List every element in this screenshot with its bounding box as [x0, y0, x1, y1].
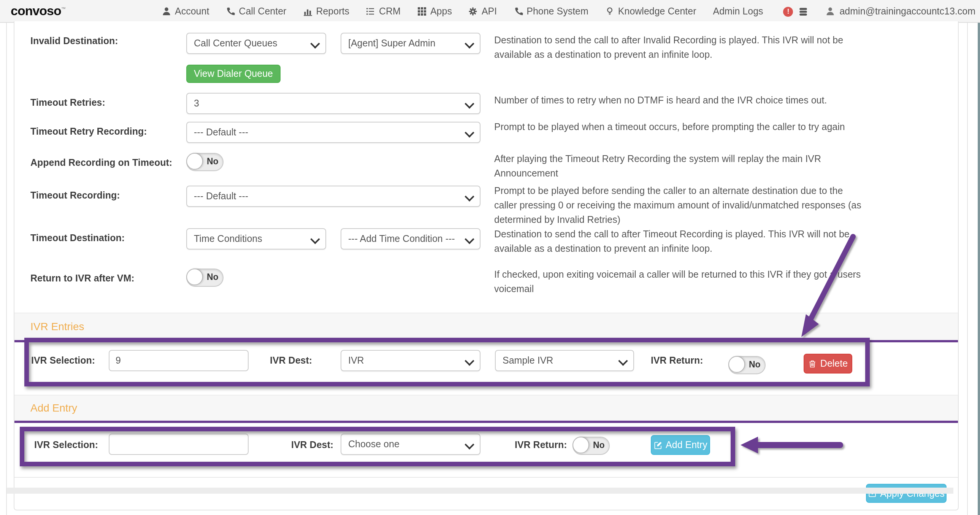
timeout-retry-recording-select[interactable]: --- Default --- [186, 122, 480, 143]
section-divider [14, 421, 958, 423]
entry-return-toggle[interactable]: No [729, 356, 765, 374]
entry-selection-label: IVR Selection: [31, 355, 95, 367]
top-nav: convoso™ Account Call Center Reports CRM… [0, 0, 980, 23]
scrollbar[interactable] [978, 23, 980, 515]
field-label-timeout-recording: Timeout Recording: [30, 190, 120, 202]
add-entry-selection-input[interactable] [109, 434, 248, 455]
chevron-down-icon [465, 440, 474, 449]
nav-item-phone-system[interactable]: Phone System [514, 6, 589, 17]
field-help-append-recording: After playing the Timeout Retry Recordin… [494, 152, 864, 181]
nav-item-admin-logs[interactable]: Admin Logs [713, 6, 763, 17]
toggle-knob [186, 268, 203, 285]
field-label-append-recording: Append Recording on Timeout: [30, 158, 172, 169]
entry-dest-value-select[interactable]: Sample IVR [495, 350, 634, 371]
nav-item-call-center[interactable]: Call Center [226, 6, 286, 17]
field-help-timeout-destination: Destination to send the call to after Ti… [494, 228, 864, 257]
nav-item-reports[interactable]: Reports [303, 6, 349, 17]
trademark: ™ [61, 6, 65, 11]
chevron-down-icon [465, 356, 474, 365]
add-entry-return-label: IVR Return: [515, 440, 567, 451]
add-entry-selection-label: IVR Selection: [34, 440, 98, 451]
page: convoso™ Account Call Center Reports CRM… [0, 0, 980, 515]
user-icon [826, 7, 835, 16]
delete-entry-button[interactable]: Delete [803, 354, 852, 373]
nav-right-cluster: ! admin@trainingaccountc13.com [783, 0, 975, 23]
return-to-ivr-toggle[interactable]: No [186, 268, 224, 287]
add-entry-dest-select[interactable]: Choose one [340, 434, 480, 455]
nav-item-knowledge-center[interactable]: Knowledge Center [605, 6, 697, 17]
stack-icon[interactable] [798, 6, 808, 16]
add-entry-title: Add Entry [30, 402, 77, 414]
list-icon [366, 7, 375, 16]
chevron-down-icon [618, 356, 628, 365]
add-entry-button[interactable]: Add Entry [651, 435, 710, 455]
entry-selection-input[interactable] [109, 350, 248, 371]
timeout-destination-target-select[interactable]: --- Add Time Condition --- [340, 228, 480, 250]
nav-item-account[interactable]: Account [162, 6, 209, 17]
edit-square-icon [654, 441, 662, 449]
toggle-knob [573, 437, 589, 453]
section-divider [14, 340, 958, 342]
invalid-destination-target-select[interactable]: [Agent] Super Admin [340, 33, 480, 54]
entry-dest-type-select[interactable]: IVR [340, 350, 480, 371]
chevron-down-icon [465, 192, 474, 201]
invalid-destination-type-select[interactable]: Call Center Queues [186, 33, 326, 54]
alert-badge-icon[interactable]: ! [783, 6, 793, 16]
gear-icon [469, 7, 478, 16]
chevron-down-icon [465, 128, 474, 137]
page-bottom-strip [7, 488, 953, 494]
entry-dest-label: IVR Dest: [270, 355, 312, 367]
user-email: admin@trainingaccountc13.com [839, 6, 975, 17]
chevron-down-icon [310, 234, 320, 244]
add-entry-return-toggle[interactable]: No [573, 437, 610, 455]
annotation-arrow-add-entry [738, 434, 845, 456]
chevron-down-icon [310, 39, 320, 48]
nav-item-api[interactable]: API [469, 6, 497, 17]
field-help-timeout-retry-recording: Prompt to be played when a timeout occur… [494, 120, 864, 135]
field-label-invalid-destination: Invalid Destination: [30, 36, 118, 47]
content-container: Invalid Destination: Call Center Queues … [6, 23, 968, 515]
user-icon [162, 7, 171, 16]
field-label-timeout-destination: Timeout Destination: [30, 233, 125, 244]
footer-divider [14, 477, 958, 478]
field-help-timeout-recording: Prompt to be played before sending the c… [494, 184, 864, 228]
append-recording-toggle[interactable]: No [186, 153, 224, 171]
nav-item-crm[interactable]: CRM [366, 6, 401, 17]
field-label-return-to-ivr: Return to IVR after VM: [30, 273, 135, 284]
entry-return-label: IVR Return: [651, 355, 703, 367]
chevron-down-icon [465, 99, 474, 108]
trash-icon [808, 359, 816, 368]
phone-icon [514, 7, 523, 16]
view-dialer-queue-button[interactable]: View Dialer Queue [186, 65, 280, 83]
field-help-return-to-ivr: If checked, upon exiting voicemail a cal… [494, 268, 864, 297]
timeout-recording-select[interactable]: --- Default --- [186, 186, 480, 207]
nav-item-apps[interactable]: Apps [417, 6, 452, 17]
timeout-destination-type-select[interactable]: Time Conditions [186, 228, 326, 250]
lightbulb-icon [605, 7, 614, 16]
bar-chart-icon [303, 7, 312, 16]
ivr-entries-title: IVR Entries [30, 320, 84, 332]
field-help-timeout-retries: Number of times to retry when no DTMF is… [494, 94, 864, 108]
toggle-knob [186, 153, 203, 170]
convoso-logo[interactable]: convoso™ [11, 4, 65, 19]
nav-menu: Account Call Center Reports CRM Apps API [162, 0, 763, 23]
add-entry-section-header [14, 395, 958, 421]
chevron-down-icon [465, 39, 474, 48]
field-label-timeout-retries: Timeout Retries: [30, 97, 105, 109]
chevron-down-icon [465, 234, 474, 244]
user-menu[interactable]: admin@trainingaccountc13.com [826, 6, 975, 17]
ivr-settings-panel: Invalid Destination: Call Center Queues … [14, 21, 959, 510]
field-help-invalid-destination: Destination to send the call to after In… [494, 33, 864, 62]
add-entry-dest-label: IVR Dest: [291, 440, 333, 451]
phone-icon [226, 7, 235, 16]
ivr-entries-section-header [14, 313, 958, 340]
toggle-knob [729, 356, 745, 373]
timeout-retries-select[interactable]: 3 [186, 93, 480, 114]
grid-icon [417, 7, 426, 16]
field-label-timeout-retry-recording: Timeout Retry Recording: [30, 126, 147, 138]
